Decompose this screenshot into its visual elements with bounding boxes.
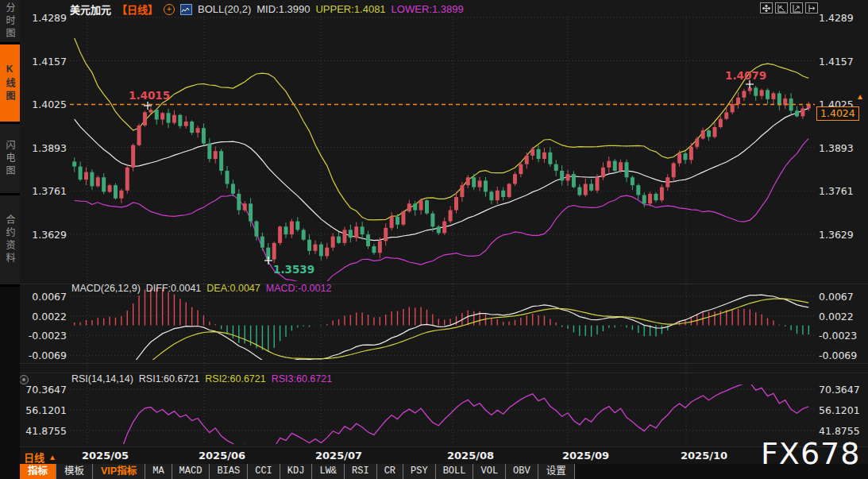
- toolbar-item-boll[interactable]: BOLL: [436, 464, 474, 479]
- axis-label-left: 1.3629: [22, 228, 67, 240]
- macd-title: MACD(26,12,9): [71, 283, 141, 294]
- period-selector[interactable]: 日线 ▲: [24, 450, 56, 465]
- sidebar-tab-contract-info[interactable]: 合约资料: [0, 195, 20, 287]
- axis-label-left: 0.0067: [22, 290, 67, 302]
- axis-label-right: 1.3629: [819, 228, 854, 240]
- axis-label-right: 1.4157: [819, 55, 854, 67]
- xaxis-date: 2025/07: [315, 450, 362, 462]
- macd-dea-value: DEA:0.0047: [206, 283, 260, 294]
- sidebar-tab-timeshare[interactable]: 分时图: [0, 0, 20, 44]
- trading-app: 分时图 K线图 闪电图 合约资料 美元加元 【日线】 + BOLL(20,2) …: [0, 0, 868, 479]
- add-icon[interactable]: +: [164, 4, 175, 15]
- annotation-june-low: 1.3539: [273, 263, 314, 276]
- toolbar-item-vip-indicator[interactable]: VIP指标: [93, 464, 145, 479]
- sidebar-tab-kline[interactable]: K线图: [0, 44, 20, 124]
- axis-label-right: 56.1201: [819, 404, 860, 415]
- sidebar: 分时图 K线图 闪电图 合约资料: [0, 0, 20, 479]
- boll-upper-value: UPPER:1.4081: [315, 3, 385, 15]
- symbol-name: 美元加元: [70, 2, 111, 17]
- crosshair-icon[interactable]: [760, 2, 773, 14]
- zoom-out-icon[interactable]: [775, 2, 788, 14]
- toolbar-item-lw[interactable]: LW&: [312, 464, 345, 479]
- chart-toolbar: [760, 2, 818, 14]
- axis-label-left: -0.0069: [22, 350, 67, 361]
- axis-label-left: 1.3893: [22, 141, 67, 153]
- macd-header: MACD(26,12,9) DIFF:0.0041 DEA:0.0047 MAC…: [71, 283, 331, 294]
- axis-label-left: 70.3647: [22, 384, 67, 396]
- period-label: 日线: [24, 450, 44, 465]
- axis-label-left: 1.4157: [22, 55, 67, 67]
- indicator-toolbar: 指标 模板 VIP指标 MA MACD BIAS CCI KDJ LW& RSI…: [20, 464, 868, 479]
- period-up-arrow-icon: ▲: [48, 453, 56, 462]
- axis-label-right: 1.3893: [819, 141, 854, 153]
- axis-label-right: 0.0067: [819, 290, 854, 302]
- macd-diff-value: DIFF:0.0041: [146, 283, 201, 294]
- current-price-arrow-icon: ▲: [856, 92, 864, 101]
- annotation-may-high: 1.4015: [129, 89, 170, 102]
- toolbar-item-ma[interactable]: MA: [145, 464, 172, 479]
- axis-label-left: 1.4289: [22, 12, 67, 24]
- axis-label-left: 56.1201: [22, 404, 67, 415]
- pane-divider: [20, 363, 868, 364]
- xaxis-date: 2025/10: [681, 450, 727, 462]
- axis-label-right: 1.3761: [819, 185, 854, 197]
- toolbar-item-rsi[interactable]: RSI: [345, 464, 377, 479]
- xaxis-row: [20, 446, 868, 465]
- boll-label: BOLL(20,2): [198, 3, 251, 15]
- toolbar-item-obv[interactable]: OBV: [506, 464, 538, 479]
- axis-label-right: 70.3647: [819, 384, 860, 396]
- boll-lower-value: LOWER:1.3899: [392, 3, 464, 15]
- axis-label-right: -0.0023: [819, 330, 857, 342]
- watermark: FX678: [761, 436, 860, 471]
- toolbar-item-psy[interactable]: PSY: [403, 464, 436, 479]
- toolbar-item-cci[interactable]: CCI: [248, 464, 280, 479]
- toolbar-item-indicator[interactable]: 指标: [20, 464, 56, 479]
- rsi2-value: RSI2:60.6721: [205, 373, 265, 384]
- current-price-tag: 1.4024: [816, 106, 859, 121]
- axis-label-right: -0.0069: [819, 350, 857, 361]
- axis-label-right: 1.4289: [819, 12, 854, 24]
- boll-mid-value: MID:1.3990: [257, 3, 310, 15]
- toolbar-item-macd[interactable]: MACD: [172, 464, 210, 479]
- rsi1-value: RSI1:60.6721: [139, 373, 199, 384]
- axis-label-left: 1.3761: [22, 185, 67, 197]
- annotation-oct-high: 1.4079: [725, 69, 766, 82]
- xaxis-date: 2025/06: [199, 450, 245, 462]
- xaxis-date: 2025/09: [562, 450, 609, 462]
- pane-indicator-icon[interactable]: [19, 375, 29, 384]
- rsi-header: RSI(14,14,14) RSI1:60.6721 RSI2:60.6721 …: [71, 373, 332, 384]
- axis-label-right: 41.8755: [819, 424, 860, 436]
- macd-hist-value: MACD:-0.0012: [266, 283, 332, 294]
- toolbar-item-cr[interactable]: CR: [377, 464, 403, 479]
- pan-right-icon[interactable]: [805, 2, 818, 14]
- toolbar-item-bias[interactable]: BIAS: [210, 464, 248, 479]
- chart-type-icon[interactable]: [180, 4, 192, 15]
- rsi3-value: RSI3:60.6721: [272, 373, 332, 384]
- axis-label-left: 1.4025: [22, 99, 67, 110]
- axis-label-left: 41.8755: [22, 424, 67, 436]
- toolbar-item-kdj[interactable]: KDJ: [280, 464, 313, 479]
- zoom-in-icon[interactable]: [790, 2, 803, 14]
- toolbar-item-vol[interactable]: VOL: [473, 464, 506, 479]
- chart-header: 美元加元 【日线】 + BOLL(20,2) MID:1.3990 UPPER:…: [70, 2, 464, 17]
- axis-label-right: 0.0022: [819, 310, 854, 322]
- axis-label-left: -0.0023: [22, 330, 67, 342]
- xaxis-date: 2025/05: [82, 450, 129, 462]
- period-badge: 【日线】: [117, 2, 158, 17]
- rsi-title: RSI(14,14,14): [71, 373, 133, 384]
- toolbar-item-template[interactable]: 模板: [56, 464, 93, 479]
- toolbar-item-settings[interactable]: 设置: [538, 464, 575, 479]
- axis-label-left: 0.0022: [22, 310, 67, 322]
- sidebar-tab-lightning[interactable]: 闪电图: [0, 124, 20, 195]
- xaxis-date: 2025/08: [447, 450, 494, 462]
